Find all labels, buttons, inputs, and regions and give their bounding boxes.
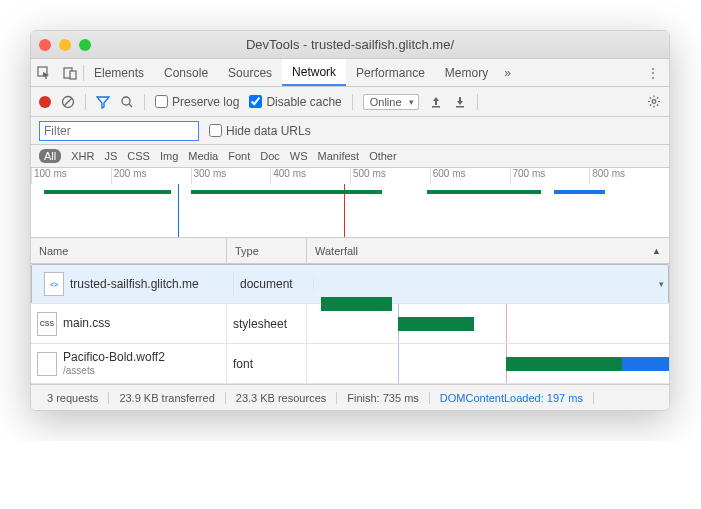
type-filter-font[interactable]: Font: [228, 150, 250, 162]
tab-console[interactable]: Console: [154, 59, 218, 86]
separator: [144, 94, 145, 110]
disable-cache-checkbox[interactable]: Disable cache: [249, 95, 341, 109]
waterfall-bar: [398, 317, 474, 331]
tab-elements[interactable]: Elements: [84, 59, 154, 86]
waterfall-cell: [307, 344, 669, 383]
search-icon[interactable]: [120, 95, 134, 109]
download-icon[interactable]: [453, 95, 467, 109]
timeline-tick: 700 ms: [510, 168, 590, 184]
separator: [85, 94, 86, 110]
type-filter-img[interactable]: Img: [160, 150, 178, 162]
filter-input[interactable]: [39, 121, 199, 141]
file-icon: [37, 352, 57, 376]
type-filter-js[interactable]: JS: [104, 150, 117, 162]
record-button[interactable]: [39, 96, 51, 108]
separator: [352, 94, 353, 110]
table-row[interactable]: <>trusted-sailfish.glitch.medocument: [31, 264, 669, 304]
type-filter-xhr[interactable]: XHR: [71, 150, 94, 162]
disable-cache-input[interactable]: [249, 95, 262, 108]
filter-icon[interactable]: [96, 95, 110, 109]
timeline-marker: [178, 184, 179, 237]
disable-cache-label: Disable cache: [266, 95, 341, 109]
type-filter-ws[interactable]: WS: [290, 150, 308, 162]
close-button[interactable]: [39, 39, 51, 51]
timeline-bar: [554, 190, 605, 194]
type-filter-other[interactable]: Other: [369, 150, 397, 162]
hide-data-urls-label: Hide data URLs: [226, 124, 311, 138]
preserve-log-checkbox[interactable]: Preserve log: [155, 95, 239, 109]
table-row[interactable]: Pacifico-Bold.woff2/assetsfont: [31, 344, 669, 384]
timeline-tick: 300 ms: [191, 168, 271, 184]
timeline-bar: [44, 190, 172, 194]
maximize-button[interactable]: [79, 39, 91, 51]
inspect-icon[interactable]: [31, 66, 57, 80]
separator: [477, 94, 478, 110]
timeline-tick: 800 ms: [589, 168, 669, 184]
col-name[interactable]: Name: [31, 238, 227, 263]
settings-icon[interactable]: [647, 95, 661, 109]
tab-performance[interactable]: Performance: [346, 59, 435, 86]
kebab-menu-icon[interactable]: ⋮: [647, 66, 659, 80]
svg-rect-2: [70, 71, 76, 79]
panel-tabs: ElementsConsoleSourcesNetworkPerformance…: [31, 59, 669, 87]
timeline-tick: 100 ms: [31, 168, 111, 184]
type-filter-all[interactable]: All: [39, 149, 61, 163]
waterfall-marker: [506, 304, 507, 343]
tab-network[interactable]: Network: [282, 59, 346, 86]
overview-timeline[interactable]: 100 ms200 ms300 ms400 ms500 ms600 ms700 …: [31, 168, 669, 238]
hide-data-urls-input[interactable]: [209, 124, 222, 137]
tab-sources[interactable]: Sources: [218, 59, 282, 86]
waterfall-bar: [622, 357, 669, 371]
device-icon[interactable]: [57, 66, 83, 80]
preserve-log-input[interactable]: [155, 95, 168, 108]
type-filter-css[interactable]: CSS: [127, 150, 150, 162]
timeline-ticks: 100 ms200 ms300 ms400 ms500 ms600 ms700 …: [31, 168, 669, 184]
timeline-tick: 500 ms: [350, 168, 430, 184]
network-toolbar: Preserve log Disable cache Online: [31, 87, 669, 117]
devtools-window: DevTools - trusted-sailfish.glitch.me/ E…: [30, 30, 670, 411]
upload-icon[interactable]: [429, 95, 443, 109]
status-transferred: 23.9 KB transferred: [109, 392, 225, 404]
request-path: /assets: [63, 365, 165, 377]
hide-data-urls-checkbox[interactable]: Hide data URLs: [209, 124, 311, 138]
svg-line-6: [129, 104, 132, 107]
status-dcl: DOMContentLoaded: 197 ms: [430, 392, 594, 404]
preserve-log-label: Preserve log: [172, 95, 239, 109]
minimize-button[interactable]: [59, 39, 71, 51]
clear-icon[interactable]: [61, 95, 75, 109]
request-name: Pacifico-Bold.woff2: [63, 350, 165, 364]
timeline-tick: 400 ms: [270, 168, 350, 184]
waterfall-bar: [506, 357, 622, 371]
throttle-select[interactable]: Online: [363, 94, 419, 110]
svg-point-9: [652, 100, 656, 104]
type-filter-media[interactable]: Media: [188, 150, 218, 162]
traffic-lights: [39, 39, 91, 51]
table-header: Name Type Waterfall ▲: [31, 238, 669, 264]
type-filter-manifest[interactable]: Manifest: [318, 150, 360, 162]
status-finish: Finish: 735 ms: [337, 392, 430, 404]
request-type: stylesheet: [227, 304, 307, 343]
col-waterfall[interactable]: Waterfall ▲: [307, 238, 669, 263]
waterfall-marker: [398, 344, 399, 383]
col-type[interactable]: Type: [227, 238, 307, 263]
timeline-tick: 200 ms: [111, 168, 191, 184]
status-resources: 23.3 KB resources: [226, 392, 338, 404]
timeline-body: [31, 184, 669, 237]
file-icon: <>: [44, 272, 64, 296]
request-table: <>trusted-sailfish.glitch.medocumentCSSm…: [31, 264, 669, 384]
timeline-tick: 600 ms: [430, 168, 510, 184]
table-row[interactable]: CSSmain.cssstylesheet: [31, 304, 669, 344]
svg-line-4: [64, 98, 72, 106]
type-filter-doc[interactable]: Doc: [260, 150, 280, 162]
svg-rect-7: [432, 106, 440, 108]
status-bar: 3 requests 23.9 KB transferred 23.3 KB r…: [31, 384, 669, 410]
request-type: document: [234, 277, 314, 291]
throttle-value: Online: [370, 96, 402, 108]
status-requests: 3 requests: [37, 392, 109, 404]
tab-memory[interactable]: Memory: [435, 59, 498, 86]
request-name: trusted-sailfish.glitch.me: [70, 277, 199, 291]
window-title: DevTools - trusted-sailfish.glitch.me/: [31, 37, 669, 52]
more-tabs-icon[interactable]: »: [504, 66, 511, 80]
sort-arrow-icon: ▲: [652, 246, 661, 256]
titlebar: DevTools - trusted-sailfish.glitch.me/: [31, 31, 669, 59]
